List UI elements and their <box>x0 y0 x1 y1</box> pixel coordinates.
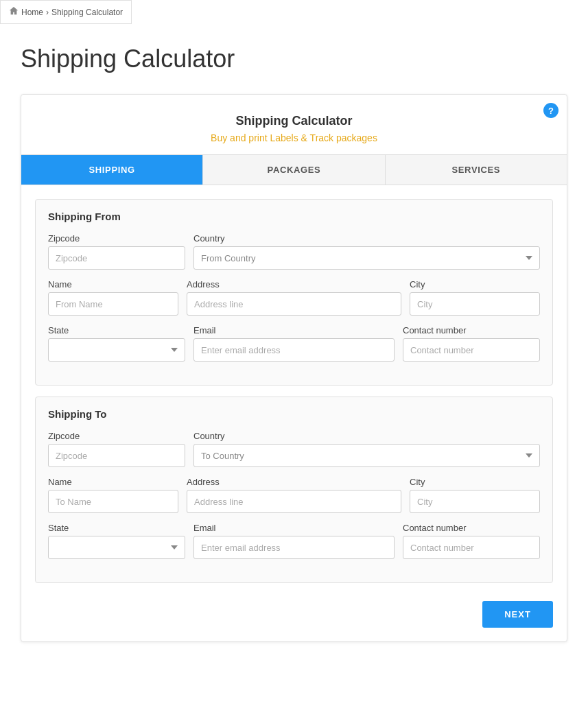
to-zipcode-group: Zipcode <box>48 431 185 467</box>
to-contact-label: Contact number <box>403 523 540 533</box>
breadcrumb-separator: › <box>46 8 49 17</box>
from-name-input[interactable] <box>48 292 178 316</box>
to-address-label: Address <box>187 477 401 487</box>
to-row-2: Name Address City <box>48 477 540 513</box>
shipping-to-title: Shipping To <box>48 408 540 420</box>
to-contact-input[interactable] <box>403 536 540 559</box>
to-state-label: State <box>48 523 185 533</box>
next-row: NEXT <box>35 594 553 628</box>
from-state-group: State <box>48 325 185 362</box>
from-state-select[interactable] <box>48 338 185 362</box>
card-header: Shipping Calculator Buy and print Labels… <box>21 95 567 154</box>
from-city-label: City <box>410 279 540 289</box>
from-name-group: Name <box>48 279 178 316</box>
card-title: Shipping Calculator <box>35 114 553 128</box>
card-body: Shipping From Zipcode Country From Count… <box>21 185 567 641</box>
tab-bar: SHIPPING PACKAGES SERVICES <box>21 154 567 185</box>
to-row-3: State Email Contact number <box>48 523 540 559</box>
to-state-select[interactable] <box>48 536 185 559</box>
from-row-2: Name Address City <box>48 279 540 316</box>
to-address-input[interactable] <box>187 490 401 513</box>
from-state-label: State <box>48 325 185 335</box>
page-title: Shipping Calculator <box>21 45 567 73</box>
to-name-group: Name <box>48 477 178 513</box>
to-address-group: Address <box>187 477 401 513</box>
shipping-from-title: Shipping From <box>48 211 540 222</box>
to-city-label: City <box>410 477 540 487</box>
next-button[interactable]: NEXT <box>482 601 553 628</box>
from-address-label: Address <box>187 279 401 289</box>
from-country-label: Country <box>193 233 540 244</box>
from-zipcode-label: Zipcode <box>48 233 185 244</box>
home-icon <box>9 6 19 18</box>
shipping-calculator-card: ? Shipping Calculator Buy and print Labe… <box>21 94 567 642</box>
to-email-input[interactable] <box>193 536 395 559</box>
tab-services[interactable]: SERVICES <box>386 155 567 185</box>
from-country-group: Country From Country <box>193 233 540 270</box>
to-email-group: Email <box>193 523 395 559</box>
from-country-select[interactable]: From Country <box>193 246 540 270</box>
from-email-input[interactable] <box>193 338 395 362</box>
to-country-label: Country <box>193 431 540 441</box>
from-address-input[interactable] <box>187 292 401 316</box>
from-email-group: Email <box>193 325 395 362</box>
to-email-label: Email <box>193 523 395 533</box>
from-contact-label: Contact number <box>403 325 540 335</box>
tab-shipping[interactable]: SHIPPING <box>21 155 203 185</box>
tab-packages[interactable]: PACKAGES <box>203 155 385 185</box>
shipping-from-section: Shipping From Zipcode Country From Count… <box>35 199 553 386</box>
breadcrumb: Home › Shipping Calculator <box>0 0 132 24</box>
from-contact-input[interactable] <box>403 338 540 362</box>
to-row-1: Zipcode Country To Country <box>48 431 540 467</box>
breadcrumb-home[interactable]: Home <box>21 8 43 17</box>
from-city-group: City <box>410 279 540 316</box>
from-row-1: Zipcode Country From Country <box>48 233 540 270</box>
from-zipcode-input[interactable] <box>48 246 185 270</box>
to-city-group: City <box>410 477 540 513</box>
from-zipcode-group: Zipcode <box>48 233 185 270</box>
to-contact-group: Contact number <box>403 523 540 559</box>
breadcrumb-current: Shipping Calculator <box>51 8 123 17</box>
to-country-select[interactable]: To Country <box>193 444 540 467</box>
to-name-input[interactable] <box>48 490 178 513</box>
from-row-3: State Email Contact number <box>48 325 540 362</box>
from-email-label: Email <box>193 325 395 335</box>
from-address-group: Address <box>187 279 401 316</box>
from-name-label: Name <box>48 279 178 289</box>
to-city-input[interactable] <box>410 490 540 513</box>
help-icon[interactable]: ? <box>543 103 558 118</box>
to-name-label: Name <box>48 477 178 487</box>
to-country-group: Country To Country <box>193 431 540 467</box>
to-state-group: State <box>48 523 185 559</box>
to-zipcode-label: Zipcode <box>48 431 185 441</box>
shipping-to-section: Shipping To Zipcode Country To Country <box>35 397 553 583</box>
from-contact-group: Contact number <box>403 325 540 362</box>
from-city-input[interactable] <box>410 292 540 316</box>
card-subtitle: Buy and print Labels & Track packages <box>35 132 553 143</box>
to-zipcode-input[interactable] <box>48 444 185 467</box>
